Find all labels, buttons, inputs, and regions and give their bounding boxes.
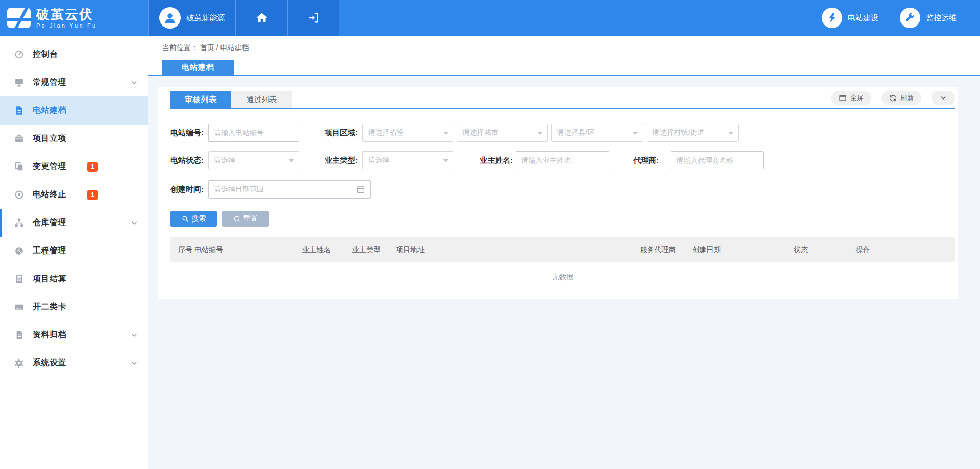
station-status-value: 请选择	[214, 156, 235, 165]
agent-input[interactable]	[671, 151, 764, 169]
search-button[interactable]: 搜索	[170, 211, 217, 227]
brand-logo: 破茧云伏 Po Jian Yun Fu	[0, 0, 148, 36]
sidebar-item-label: 工程管理	[33, 245, 66, 256]
tab-passed-list[interactable]: 通过列表	[231, 91, 292, 108]
sidebar-item-label: 电站终止	[33, 189, 66, 200]
table-header-row: 序号 电站编号 业主姓名 业主类型 项目地址 服务代理商 创建日期 状态 操作	[170, 237, 955, 262]
module-label: 监控运维	[926, 13, 957, 23]
top-header: 破茧云伏 Po Jian Yun Fu 破茧新能源	[0, 0, 980, 36]
search-icon	[182, 215, 189, 223]
sidebar-item-project-initiation[interactable]: 项目立项	[0, 125, 148, 153]
column-header: 操作	[856, 245, 955, 255]
sidebar-item-change-mgmt[interactable]: 变更管理 1	[0, 153, 148, 181]
home-button[interactable]	[235, 0, 287, 36]
pie-chart-icon	[13, 246, 24, 256]
county-select[interactable]: 请选择县/区	[551, 124, 643, 142]
module-station-build[interactable]: 电站建设	[822, 8, 878, 28]
column-header: 创建日期	[692, 245, 794, 255]
brand-title: 破茧云伏	[36, 8, 97, 21]
filter-label-owner-name: 业主姓名:	[480, 156, 516, 165]
filter-label-station-no: 电站编号:	[170, 128, 208, 138]
gear-icon	[13, 358, 24, 368]
briefcase-icon	[13, 134, 24, 144]
sidebar-item-project-settlement[interactable]: 项目结算	[0, 265, 148, 293]
brand-subtitle: Po Jian Yun Fu	[36, 23, 97, 29]
owner-name-input[interactable]	[516, 151, 609, 169]
sidebar-item-general-mgmt[interactable]: 常规管理	[0, 68, 148, 96]
logout-button[interactable]	[287, 0, 339, 36]
caret-down-icon	[537, 132, 543, 135]
caret-down-icon	[443, 132, 448, 135]
panel-tools: 全屏 刷新	[831, 91, 955, 105]
breadcrumb: 当前位置： 首页 / 电站建档	[148, 36, 980, 53]
station-status-select[interactable]: 请选择	[208, 151, 299, 169]
module-monitor-ops[interactable]: 监控运维	[900, 8, 957, 28]
station-no-input[interactable]	[208, 124, 299, 142]
sidebar-item-label: 资料归档	[33, 330, 66, 340]
sidebar-item-station-termination[interactable]: 电站终止 1	[0, 181, 148, 209]
sidebar-item-label: 开二类卡	[33, 302, 66, 312]
user-menu[interactable]: 破茧新能源	[148, 0, 235, 36]
sidebar: 控制台 常规管理 电站建档 项目立项	[0, 36, 148, 469]
chevron-down-icon	[940, 94, 947, 102]
town-select[interactable]: 请选择村镇/街道	[647, 124, 739, 142]
brand-text: 破茧云伏 Po Jian Yun Fu	[36, 8, 97, 29]
caret-down-icon	[443, 159, 448, 162]
province-select[interactable]: 请选择省份	[362, 124, 453, 142]
caret-down-icon	[289, 159, 294, 162]
fullscreen-button[interactable]: 全屏	[831, 91, 871, 105]
user-avatar-icon	[159, 7, 181, 29]
collapse-button[interactable]	[932, 91, 955, 105]
sidebar-item-warehouse-mgmt[interactable]: 仓库管理	[0, 209, 148, 237]
town-select-value: 请选择村镇/街道	[652, 128, 704, 137]
card-icon	[13, 302, 24, 312]
province-select-value: 请选择省份	[368, 128, 404, 137]
search-button-label: 搜索	[192, 214, 206, 224]
fullscreen-label: 全屏	[850, 93, 864, 103]
column-header: 序号	[170, 245, 194, 255]
column-header: 服务代理商	[640, 245, 692, 255]
date-range-picker[interactable]: 请选择日期范围	[208, 180, 371, 199]
tab-review-list[interactable]: 审核列表	[170, 91, 231, 108]
filter-label-owner-type: 业主类型:	[325, 156, 362, 165]
reset-button-label: 重置	[243, 214, 258, 224]
chevron-down-icon	[131, 79, 138, 86]
sidebar-item-station-archive[interactable]: 电站建档	[0, 96, 148, 125]
reset-icon	[233, 215, 240, 223]
reset-button[interactable]: 重置	[222, 211, 269, 227]
record-icon	[13, 190, 24, 200]
sidebar-item-system-settings[interactable]: 系统设置	[0, 349, 148, 377]
page-tab-station-archive[interactable]: 电站建档	[162, 60, 234, 75]
filter-row-3: 创建时间: 请选择日期范围	[170, 180, 955, 199]
fullscreen-icon	[839, 95, 847, 102]
sidebar-item-console[interactable]: 控制台	[0, 40, 148, 68]
sidebar-item-label: 控制台	[33, 49, 58, 60]
monitor-icon	[13, 78, 24, 88]
chevron-down-icon	[131, 332, 138, 339]
column-header: 业主姓名	[302, 245, 352, 255]
date-range-value: 请选择日期范围	[214, 185, 264, 194]
filter-label-agent: 代理商:	[633, 156, 671, 165]
sidebar-item-open-class2-card[interactable]: 开二类卡	[0, 293, 148, 321]
sidebar-item-engineering-mgmt[interactable]: 工程管理	[0, 237, 148, 265]
filter-row-2: 电站状态: 请选择 业主类型: 请选择 业主姓名: 代理商:	[170, 151, 955, 169]
county-select-value: 请选择县/区	[557, 128, 595, 137]
brand-logo-icon	[7, 8, 31, 28]
owner-type-select[interactable]: 请选择	[362, 151, 453, 169]
filter-label-station-status: 电站状态:	[170, 156, 208, 165]
sidebar-item-data-archive[interactable]: 资料归档	[0, 321, 148, 349]
city-select[interactable]: 请选择城市	[457, 124, 548, 142]
refresh-button[interactable]: 刷新	[881, 91, 921, 105]
calculator-icon	[13, 274, 24, 284]
file-icon	[13, 330, 24, 340]
sidebar-item-label: 项目立项	[33, 133, 66, 144]
sidebar-item-label: 电站建档	[33, 105, 66, 116]
sidebar-item-label: 系统设置	[33, 358, 66, 368]
notification-badge: 1	[87, 162, 98, 172]
module-label: 电站建设	[848, 13, 878, 23]
column-header: 项目地址	[396, 245, 640, 255]
logout-icon	[308, 12, 320, 24]
sidebar-item-label: 仓库管理	[33, 217, 66, 228]
city-select-value: 请选择城市	[462, 128, 498, 137]
calendar-icon	[357, 185, 365, 193]
